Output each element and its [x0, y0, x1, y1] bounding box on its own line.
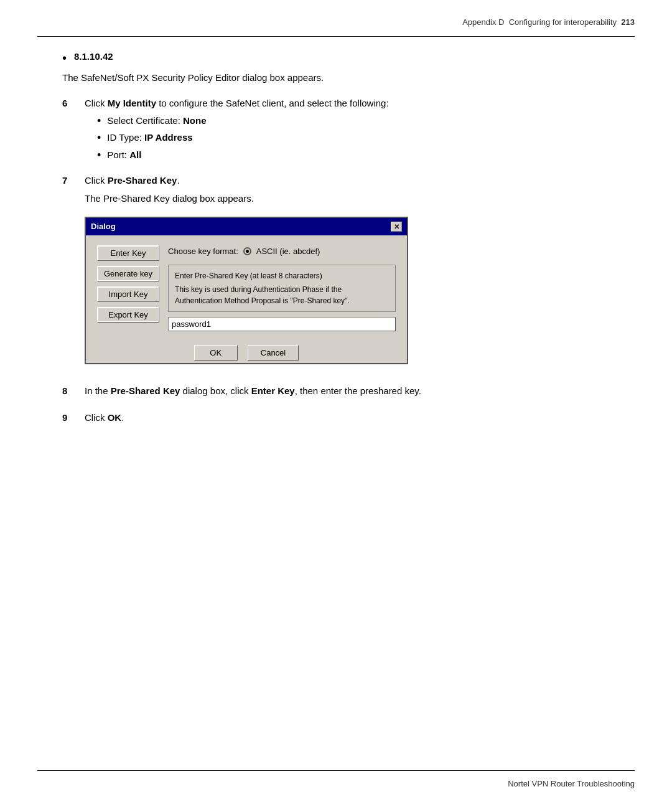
- my-identity-label: My Identity: [108, 98, 156, 108]
- step-7-desc: The Pre-Shared Key dialog box appears.: [85, 192, 622, 206]
- top-rule: [37, 36, 635, 37]
- bullet-ip-value: 8.1.10.42: [74, 51, 113, 62]
- dialog-titlebar: Dialog ✕: [86, 218, 407, 235]
- step-6: 6 Click My Identity to configure the Saf…: [62, 97, 622, 166]
- step-8-content: In the Pre-Shared Key dialog box, click …: [85, 384, 622, 402]
- group-desc-line2: Authentication Method Proposal is "Pre-S…: [175, 296, 350, 305]
- export-key-button[interactable]: Export Key: [97, 307, 159, 323]
- bullet-dot: •: [62, 50, 67, 66]
- key-input-field[interactable]: [168, 317, 396, 331]
- key-format-option: ASCII (ie. abcdef): [256, 245, 320, 258]
- page-footer: Nortel VPN Router Troubleshooting: [37, 779, 635, 788]
- sub-bullet-dot-3: •: [97, 148, 101, 163]
- preshared-key-group: Enter Pre-Shared Key (at least 8 charact…: [168, 265, 396, 312]
- bullet-ip-text: 8.1.10.42: [74, 50, 622, 64]
- step-7-content: Click Pre-Shared Key. The Pre-Shared Key…: [85, 174, 622, 375]
- sub-bullet-text-1: Select Certificate: None: [107, 114, 206, 128]
- dialog-box: Dialog ✕ Enter Key Generate key Import K…: [85, 217, 408, 364]
- step-9-number: 9: [62, 411, 85, 425]
- group-legend: Enter Pre-Shared Key (at least 8 charact…: [175, 270, 389, 281]
- ascii-radio-button[interactable]: [243, 247, 251, 255]
- bottom-rule: [37, 770, 635, 771]
- footer-text: Nortel VPN Router Troubleshooting: [508, 779, 635, 788]
- page-number: 213: [621, 17, 635, 27]
- step-7: 7 Click Pre-Shared Key. The Pre-Shared K…: [62, 174, 622, 375]
- radio-inner: [246, 250, 249, 253]
- step-8: 8 In the Pre-Shared Key dialog box, clic…: [62, 384, 622, 402]
- bullet-ip-item: • 8.1.10.42: [62, 50, 622, 66]
- sub-bullet-text-3: Port: All: [107, 148, 141, 163]
- dialog-body: Enter Key Generate key Import Key Export…: [86, 235, 407, 341]
- step-8-number: 8: [62, 384, 85, 399]
- dialog-wrapper: Dialog ✕ Enter Key Generate key Import K…: [85, 217, 622, 364]
- step-6-bullets: • Select Certificate: None • ID Type: IP…: [97, 114, 622, 163]
- group-desc-line1: This key is used during Authentication P…: [175, 285, 342, 294]
- group-desc: This key is used during Authentication P…: [175, 284, 389, 306]
- header-text: Appendix D Configuring for interoperabil…: [462, 17, 635, 27]
- import-key-button[interactable]: Import Key: [97, 286, 159, 302]
- dialog-footer-buttons: OK Cancel: [86, 340, 407, 363]
- step-9: 9 Click OK.: [62, 411, 622, 429]
- sub-bullet-cert: • Select Certificate: None: [97, 114, 622, 128]
- step-6-number: 6: [62, 97, 85, 111]
- sub-bullet-text-2: ID Type: IP Address: [107, 131, 192, 145]
- dialog-ok-button[interactable]: OK: [194, 345, 238, 361]
- page-container: Appendix D Configuring for interoperabil…: [0, 0, 672, 807]
- step-9-text: Click OK.: [85, 411, 622, 425]
- bullet-ip-desc: The SafeNet/Soft PX Security Policy Edit…: [62, 71, 622, 85]
- pre-shared-key-label: Pre-Shared Key: [108, 175, 177, 186]
- enter-key-button[interactable]: Enter Key: [97, 245, 159, 261]
- step-7-text: Click Pre-Shared Key.: [85, 174, 622, 188]
- key-format-row: Choose key format: ASCII (ie. abcdef): [168, 245, 396, 258]
- dialog-cancel-button[interactable]: Cancel: [248, 345, 299, 361]
- sub-bullet-dot-2: •: [97, 131, 101, 145]
- key-format-label: Choose key format:: [168, 245, 238, 258]
- step-6-content: Click My Identity to configure the SafeN…: [85, 97, 622, 166]
- dialog-title: Dialog: [91, 220, 116, 233]
- sub-bullet-dot-1: •: [97, 114, 101, 128]
- main-content: • 8.1.10.42 The SafeNet/Soft PX Security…: [62, 50, 622, 437]
- step-6-text: Click My Identity to configure the SafeN…: [85, 97, 622, 111]
- page-header: Appendix D Configuring for interoperabil…: [37, 17, 635, 27]
- step-8-text: In the Pre-Shared Key dialog box, click …: [85, 384, 622, 399]
- step8-pre-shared-key: Pre-Shared Key: [111, 385, 180, 396]
- step8-enter-key: Enter Key: [251, 385, 295, 396]
- step-9-content: Click OK.: [85, 411, 622, 429]
- step-7-number: 7: [62, 174, 85, 188]
- sub-bullet-id: • ID Type: IP Address: [97, 131, 622, 145]
- generate-key-button[interactable]: Generate key: [97, 266, 159, 281]
- sub-bullet-port: • Port: All: [97, 148, 622, 163]
- step9-ok: OK: [108, 412, 122, 423]
- dialog-right-panel: Choose key format: ASCII (ie. abcdef) En…: [168, 245, 396, 332]
- dialog-left-buttons: Enter Key Generate key Import Key Export…: [97, 245, 159, 332]
- dialog-close-button[interactable]: ✕: [391, 222, 402, 232]
